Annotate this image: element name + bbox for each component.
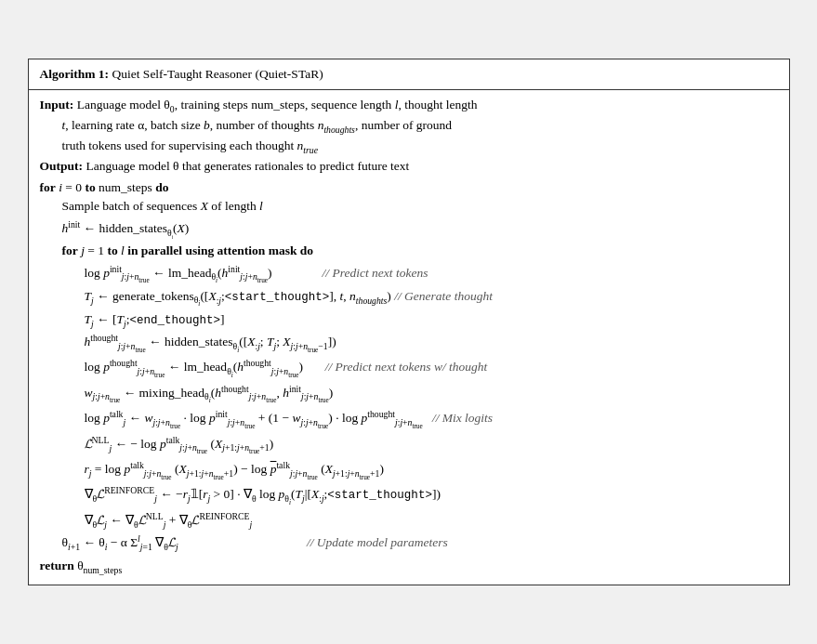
theta-update-text: θi+1 ← θi − α Σlj=1 ∇θ𝓛j // Update model… xyxy=(62,535,448,549)
nabla-total-line: ∇θ𝓛j ← ∇θ𝓛NLLj + ∇θ𝓛REINFORCEj xyxy=(40,508,778,531)
for-loop-outer: for i = 0 to num_steps do xyxy=(40,178,778,198)
output-line: Output: Language model θ that generates … xyxy=(40,157,778,177)
log-p-thought-line: log pthoughtj:j+ntrue ← lm_headθi(hthoug… xyxy=(40,356,778,381)
generate-line: Tj ← generate_tokensθi([X:j;<start_thoug… xyxy=(40,287,778,310)
output-text: Language model θ that generates rational… xyxy=(86,159,409,173)
output-label: Output: xyxy=(40,159,84,173)
sample-text: Sample batch of sequences X of length l xyxy=(62,199,263,213)
for-j-condition: j = 1 xyxy=(81,243,107,257)
for-keyword: for xyxy=(40,180,56,194)
reinforce-text: ∇θ𝓛REINFORCEj ← −rj𝟙[rj > 0] · ∇θ log pθ… xyxy=(85,487,441,501)
sample-line: Sample batch of sequences X of length l xyxy=(40,197,778,217)
return-line: return θnum_steps xyxy=(40,557,778,577)
algorithm-label: Algorithm 1: xyxy=(40,67,110,81)
hthought-line: hthoughtj:j+ntrue ← hidden_statesθi([X:j… xyxy=(40,330,778,355)
rj-text: rj = log ptalkj:j+ntrue (Xj+1:j+ntrue+1)… xyxy=(85,462,384,476)
mixing-head-line: wj:j+ntrue ← mixing_headθi(hthoughtj:j+n… xyxy=(40,381,778,406)
nll-text: 𝓛NLLj ← − log ptalkj:j+ntrue (Xj+1:j+ntr… xyxy=(85,437,274,451)
log-p-thought-text: log pthoughtj:j+ntrue ← lm_headθi(hthoug… xyxy=(85,360,488,374)
end-thought-text: Tj ← [Tj;<end_thought>] xyxy=(85,312,225,326)
for-condition: i = 0 xyxy=(59,180,85,194)
do-keyword-2: do xyxy=(300,243,313,257)
input-label: Input: xyxy=(40,98,74,112)
do-keyword: do xyxy=(155,180,168,194)
log-p-talk-line: log ptalkj ← wj:j+ntrue · log pinitj:j+n… xyxy=(40,407,778,432)
hinit-line: hinit ← hidden_statesθi(X) xyxy=(40,217,778,242)
for-keyword-2: for xyxy=(62,243,78,257)
algorithm-body: Input: Language model θ0, training steps… xyxy=(29,90,789,584)
mixing-head-text: wj:j+ntrue ← mixing_headθi(hthoughtj:j+n… xyxy=(85,386,334,400)
log-p-talk-text: log ptalkj ← wj:j+ntrue · log pinitj:j+n… xyxy=(85,411,494,425)
for-loop-inner: for j = 1 to l in parallel using attenti… xyxy=(40,242,778,261)
for-end: num_steps xyxy=(99,180,155,194)
to-keyword: to xyxy=(85,180,95,194)
input-line-2: t, learning rate α, batch size b, number… xyxy=(40,116,778,137)
log-p-init-text: log pinitj:j+ntrue ← lm_headθi(hinitj:j+… xyxy=(85,266,428,280)
return-value: θnum_steps xyxy=(77,559,122,572)
input-text-2: t, learning rate α, batch size b, number… xyxy=(62,118,453,132)
algorithm-container: Algorithm 1: Quiet Self-Taught Reasoner … xyxy=(28,59,790,585)
for-j-range: l in parallel using attention mask xyxy=(121,243,300,257)
to-keyword-2: to xyxy=(107,243,117,257)
return-keyword: return xyxy=(40,559,74,572)
generate-text: Tj ← generate_tokensθi([X:j;<start_thoug… xyxy=(85,289,493,303)
algorithm-header: Algorithm 1: Quiet Self-Taught Reasoner … xyxy=(29,59,789,90)
reinforce-line: ∇θ𝓛REINFORCEj ← −rj𝟙[rj > 0] · ∇θ log pθ… xyxy=(40,483,778,508)
log-p-init-line: log pinitj:j+ntrue ← lm_headθi(hinitj:j+… xyxy=(40,261,778,286)
nll-line: 𝓛NLLj ← − log ptalkj:j+ntrue (Xj+1:j+ntr… xyxy=(40,432,778,457)
input-text: Language model θ0, training steps num_st… xyxy=(77,98,478,112)
hinit-text: hinit ← hidden_statesθi(X) xyxy=(62,221,190,235)
input-text-3: truth tokens used for supervising each t… xyxy=(62,138,319,152)
rj-line: rj = log ptalkj:j+ntrue (Xj+1:j+ntrue+1)… xyxy=(40,457,778,482)
end-thought-line: Tj ← [Tj;<end_thought>] xyxy=(40,310,778,331)
input-line: Input: Language model θ0, training steps… xyxy=(40,96,778,116)
algorithm-title: Quiet Self-Taught Reasoner (Quiet-STaR) xyxy=(112,67,323,81)
nabla-total-text: ∇θ𝓛j ← ∇θ𝓛NLLj + ∇θ𝓛REINFORCEj xyxy=(85,513,253,527)
input-line-3: truth tokens used for supervising each t… xyxy=(40,137,778,157)
hthought-text: hthoughtj:j+ntrue ← hidden_statesθi([X:j… xyxy=(85,335,336,348)
theta-update-line: θi+1 ← θi − α Σlj=1 ∇θ𝓛j // Update model… xyxy=(40,532,778,554)
